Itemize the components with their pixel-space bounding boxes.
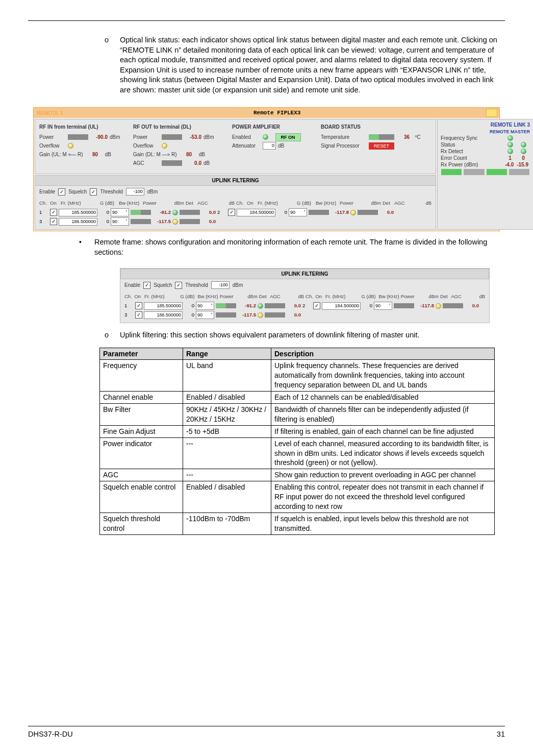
rl-bar <box>487 169 507 175</box>
ch-hdr2: Ch. <box>236 200 245 207</box>
on-hdr2: On <box>247 200 256 207</box>
rf-out-panel: RF OUT to terminal (DL) Power-53.0dBm Ov… <box>133 124 230 168</box>
td: If filtering is enabled, gain of each ch… <box>271 425 495 437</box>
ch-on-checkbox[interactable]: ✓ <box>135 302 142 309</box>
threshold-input[interactable]: -100 <box>126 188 144 196</box>
c: 3 <box>124 312 134 319</box>
rl-val: -4.0 <box>505 161 514 168</box>
footer-doc-id: DHS37-R-DU <box>28 729 73 740</box>
power-bar <box>216 312 236 318</box>
c: 0.0 <box>287 312 301 319</box>
ul-gain-unit: dB <box>105 151 111 158</box>
td: --- <box>183 437 271 469</box>
freq-input[interactable]: 184.500000 <box>237 209 275 216</box>
c: -117.8 <box>416 303 434 309</box>
fig1-status-panels: RF IN from terminal (UL) Power-90.0dBm O… <box>35 119 436 174</box>
rl-bar <box>441 169 462 175</box>
dbm-hdr: dBm <box>166 200 184 207</box>
threshold-input[interactable]: -100 <box>211 281 230 289</box>
dl-power-val: -53.0 <box>184 134 201 141</box>
g-val: 0 <box>99 218 109 225</box>
enable-checkbox[interactable]: ✓ <box>143 282 150 289</box>
channel-table: Ch. On Fr. (MHz) G (dB) Bw (KHz) Power d… <box>35 198 436 230</box>
ch-num: 2 <box>217 209 226 216</box>
rf-on-button[interactable]: RF ON <box>275 133 301 141</box>
bw-select[interactable]: 90 <box>196 311 214 319</box>
pa-att-input[interactable]: 0 <box>263 142 276 150</box>
bw-select[interactable]: 90 <box>374 302 392 310</box>
freq-input[interactable]: 185.500000 <box>144 302 183 310</box>
bw-select[interactable]: 90 <box>289 208 307 216</box>
db-hdr: dB <box>220 200 235 207</box>
ul-power-lbl: Power <box>39 134 66 141</box>
c: 2 <box>302 303 312 309</box>
freq-input[interactable]: 186.500000 <box>59 218 97 226</box>
rf-in-panel: RF IN from terminal (UL) Power-90.0dBm O… <box>39 124 131 168</box>
ul-power-val: -90.0 <box>90 134 108 141</box>
th-description: Description <box>271 348 495 360</box>
bw-select[interactable]: 90 <box>111 217 129 226</box>
enable-lbl: Enable <box>39 188 55 196</box>
fr-hdr2: Fr. (MHz) <box>258 200 295 207</box>
ch-on-checkbox[interactable]: ✓ <box>228 209 235 216</box>
bw-select[interactable]: 90 <box>196 302 214 310</box>
td: Show gain reduction to prevent overloadi… <box>271 469 495 481</box>
remote-frame-screenshot: REMOTE 3 Remote FIPLEX3 RF IN from termi… <box>33 107 500 231</box>
h: Bw (KHz) <box>197 294 218 300</box>
dl-ovfl-led <box>162 143 167 149</box>
squelch-checkbox[interactable]: ✓ <box>175 282 182 289</box>
channel-row: 1 ✓ 185.500000 0 90 -91.2 0.0 2 ✓ 184.50… <box>39 208 432 217</box>
th-parameter: Parameter <box>100 348 183 360</box>
db-hdr2: dB <box>417 200 432 207</box>
remote-link-title: REMOTE LINK 3 <box>441 121 530 129</box>
freq-input[interactable]: 185.500000 <box>59 209 97 216</box>
freq-input[interactable]: 184.500000 <box>322 302 361 310</box>
parameter-table: Parameter Range Description FrequencyUL … <box>99 348 495 535</box>
ul-power-unit: dBm <box>110 134 120 141</box>
agc-bar <box>265 312 285 318</box>
uplink-filtering-header2: UPLINK FILTERING <box>120 269 489 280</box>
g-hdr2: G (dB) <box>297 200 314 207</box>
rf-in-header: RF IN from terminal (UL) <box>39 124 131 131</box>
dl-power-unit: dBm <box>204 134 214 141</box>
page-footer: DHS37-R-DU 31 <box>28 726 505 740</box>
fr-hdr: Fr. (MHz) <box>61 200 98 207</box>
h: AGC <box>270 294 289 300</box>
td: Enabled / disabled <box>183 392 271 404</box>
td: -5 to +5dB <box>183 425 271 437</box>
window-title: Remote FIPLEX3 <box>210 109 484 117</box>
td: AGC <box>100 469 183 481</box>
agc-val: 0.0 <box>379 209 394 216</box>
pa-enabled-lbl: Enabled <box>232 134 261 141</box>
ch-on-checkbox[interactable]: ✓ <box>135 311 142 319</box>
ch-on-checkbox[interactable]: ✓ <box>313 302 320 309</box>
td: Bw Filter <box>100 404 183 426</box>
h: Bw (KHz) <box>379 294 399 300</box>
power-dbm: -117.8 <box>331 209 349 216</box>
c: 1 <box>124 303 134 309</box>
td: If squelch is enabled, input levels belo… <box>271 513 495 534</box>
ch-on-checkbox[interactable]: ✓ <box>50 218 57 225</box>
power-bar <box>131 210 151 215</box>
power-dbm: -91.2 <box>153 209 171 216</box>
ch-on-checkbox[interactable]: ✓ <box>50 209 57 216</box>
bw-select[interactable]: 90 <box>111 208 129 216</box>
h: On <box>134 294 142 300</box>
tab-label: REMOTE 3 <box>34 110 210 117</box>
dl-gain-unit: dB <box>199 151 205 158</box>
minimize-icon <box>486 109 497 117</box>
agc-val: 0.0 <box>201 218 216 225</box>
td: Frequency <box>100 360 183 392</box>
optical-link-text: Optical link status: each indicator show… <box>120 36 497 94</box>
g-val: 0 <box>99 209 109 216</box>
squelch-checkbox[interactable]: ✓ <box>90 188 97 196</box>
dl-agc-lbl: AGC <box>133 160 160 167</box>
pa-header: POWER AMPLIFIER <box>232 124 319 131</box>
enable-checkbox[interactable]: ✓ <box>58 188 65 196</box>
det-led <box>350 210 356 215</box>
freq-input[interactable]: 186.500000 <box>144 311 183 319</box>
power-bar <box>394 303 414 308</box>
table-row: Squelch enable controlEnabled / disabled… <box>100 481 495 513</box>
filter-controls2: Enable✓ Squelch✓ Threshold-100dBm <box>120 279 489 291</box>
reset-button[interactable]: RESET <box>369 142 394 150</box>
